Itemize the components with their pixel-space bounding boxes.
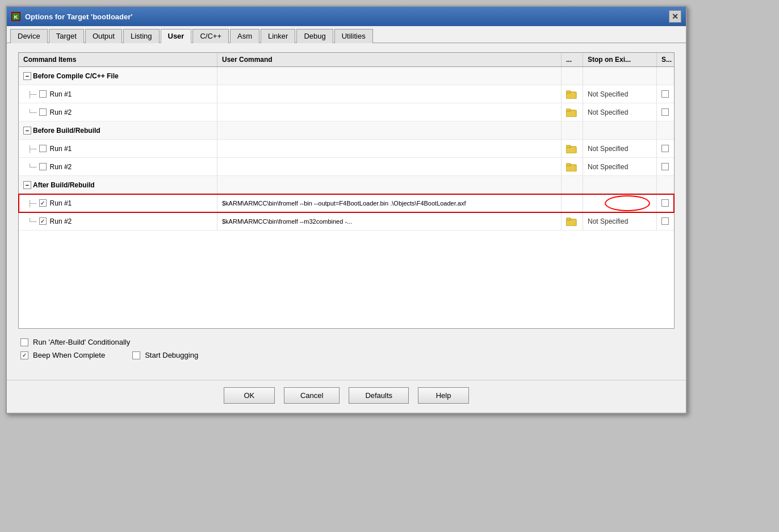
ab-run2-stop: Not Specified: [583, 212, 657, 230]
bc-run1-browse-btn[interactable]: [566, 90, 577, 99]
bc-run2-stop-value: Not Specified: [588, 108, 628, 116]
bc-run1-command[interactable]: [217, 85, 562, 103]
ab-run2-item: └─ Run #2: [19, 212, 217, 230]
ab-run1-command[interactable]: $kARM\ARMCC\bin\fromelf --bin --output=F…: [217, 194, 562, 212]
bc-run1-label: Run #1: [50, 90, 72, 98]
start-debugging-checkbox[interactable]: [132, 351, 140, 359]
before-compile-browse: [562, 67, 583, 85]
table-body: − Before Compile C/C++ File ├─: [19, 67, 674, 328]
ab-run1-browse: [562, 194, 583, 212]
bb-run1-command[interactable]: [217, 140, 562, 157]
bc-run2-command[interactable]: [217, 103, 562, 121]
group-before-build: − Before Build/Rebuild: [19, 122, 217, 139]
bc-run2-browse-btn[interactable]: [566, 108, 577, 117]
after-build-cond-label: Run 'After-Build' Conditionally: [33, 338, 130, 346]
collapse-before-compile[interactable]: −: [23, 72, 31, 80]
button-row: OK Cancel Defaults Help: [7, 380, 686, 413]
bc-run1-checkbox[interactable]: [39, 90, 47, 98]
tab-debug[interactable]: Debug: [296, 29, 333, 43]
bb-run1-label: Run #1: [50, 145, 72, 153]
svg-rect-7: [566, 145, 571, 148]
collapse-after-build[interactable]: −: [23, 181, 31, 189]
ab-run1-stop: [583, 194, 657, 212]
beep-complete-checkbox[interactable]: [20, 351, 28, 359]
bc-run1-s-checkbox[interactable]: [661, 90, 669, 98]
tab-device[interactable]: Device: [10, 29, 48, 43]
bc-run2-s-checkbox[interactable]: [661, 108, 669, 116]
bb-run2-command[interactable]: [217, 158, 562, 175]
table-row: − After Build/Rebuild: [19, 176, 674, 194]
bb-run2-checkbox[interactable]: [39, 163, 47, 170]
after-build-cond-checkbox[interactable]: [20, 338, 28, 346]
table-row: − Before Compile C/C++ File: [19, 67, 674, 85]
bb-run2-item: └─ Run #2: [19, 158, 217, 175]
ab-run2-command[interactable]: $kARM\ARMCC\bin\fromelf --m32combined -.…: [217, 212, 562, 230]
bb-run1-browse: [562, 140, 583, 157]
bb-run1-browse-btn[interactable]: [566, 144, 577, 153]
table-row: − Before Build/Rebuild: [19, 122, 674, 140]
tab-cpp[interactable]: C/C++: [192, 29, 229, 43]
table-row: └─ Run #2 Not Specified: [19, 158, 674, 176]
bc-run1-browse: [562, 85, 583, 103]
dialog-title: Options for Target 'bootloader': [25, 12, 132, 21]
tabs-bar: Device Target Output Listing User C/C++ …: [7, 26, 686, 43]
bb-run1-stop-value: Not Specified: [588, 145, 628, 153]
table-row: └─ Run #2 Not Specified: [19, 103, 674, 122]
ab-run2-label: Run #2: [50, 217, 72, 225]
options-dialog: K Options for Target 'bootloader' ✕ Devi…: [6, 6, 687, 414]
bc-run2-item: └─ Run #2: [19, 103, 217, 121]
before-compile-s: [657, 67, 674, 85]
svg-rect-5: [566, 109, 571, 111]
beep-complete-label: Beep When Complete: [33, 351, 105, 359]
bc-run2-browse: [562, 103, 583, 121]
bb-run2-s: [657, 158, 674, 175]
ab-run1-item: ├─ Run #1: [19, 194, 217, 212]
ab-run2-browse-btn[interactable]: [566, 217, 577, 226]
ab-run2-s-checkbox[interactable]: [661, 217, 669, 225]
tab-user[interactable]: User: [161, 29, 192, 43]
app-icon: K: [11, 12, 20, 21]
tab-utilities[interactable]: Utilities: [334, 29, 373, 43]
tab-output[interactable]: Output: [85, 29, 122, 43]
col-header-command-items: Command Items: [19, 53, 217, 66]
bc-run1-item: ├─ Run #1: [19, 85, 217, 103]
col-header-user-command: User Command: [217, 53, 562, 66]
bb-run1-s: [657, 140, 674, 157]
table-row: └─ Run #2 $kARM\ARMCC\bin\fromelf --m32c…: [19, 212, 674, 231]
bc-run2-label: Run #2: [50, 108, 72, 116]
svg-rect-9: [566, 164, 571, 166]
tab-target[interactable]: Target: [49, 29, 84, 43]
before-compile-cmd: [217, 67, 562, 85]
svg-rect-11: [566, 218, 571, 220]
ab-run2-checkbox[interactable]: [39, 217, 47, 225]
tab-listing[interactable]: Listing: [123, 29, 160, 43]
defaults-button[interactable]: Defaults: [349, 387, 409, 404]
ab-run1-s-checkbox[interactable]: [661, 199, 669, 207]
content-area: Command Items User Command ... Stop on E…: [7, 43, 686, 380]
commands-table: Command Items User Command ... Stop on E…: [18, 52, 675, 329]
bb-run2-stop-value: Not Specified: [588, 163, 628, 171]
after-build-label: After Build/Rebuild: [33, 181, 95, 189]
bb-run1-checkbox[interactable]: [39, 145, 47, 152]
bc-run2-stop: Not Specified: [583, 103, 657, 121]
group-before-compile: − Before Compile C/C++ File: [19, 67, 217, 85]
collapse-before-build[interactable]: −: [23, 127, 31, 135]
ok-button[interactable]: OK: [224, 387, 275, 404]
bb-run1-item: ├─ Run #1: [19, 140, 217, 157]
help-button[interactable]: Help: [418, 387, 469, 404]
tab-asm[interactable]: Asm: [230, 29, 259, 43]
tab-linker[interactable]: Linker: [261, 29, 295, 43]
bc-run2-checkbox[interactable]: [39, 108, 47, 116]
table-row: ├─ Run #1 Not Specified: [19, 140, 674, 158]
bc-run2-s: [657, 103, 674, 121]
bb-run2-browse: [562, 158, 583, 175]
col-header-s: S...: [657, 53, 674, 66]
bb-run1-stop: Not Specified: [583, 140, 657, 157]
close-button[interactable]: ✕: [669, 10, 681, 23]
cancel-button[interactable]: Cancel: [284, 387, 340, 404]
bb-run1-s-checkbox[interactable]: [661, 145, 669, 152]
bottom-options: Run 'After-Build' Conditionally Beep Whe…: [18, 338, 675, 359]
bb-run2-s-checkbox[interactable]: [661, 163, 669, 170]
bb-run2-browse-btn[interactable]: [566, 162, 577, 171]
ab-run1-checkbox[interactable]: [39, 199, 47, 207]
